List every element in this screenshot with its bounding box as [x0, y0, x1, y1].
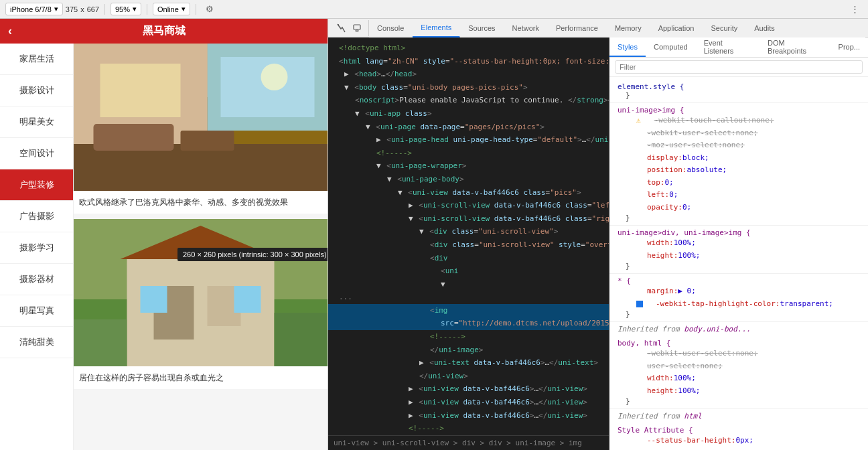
- html-line[interactable]: ▶ <uni-view data-v-baf446c6>…</uni-view>: [328, 396, 609, 409]
- tab-styles[interactable]: Styles: [609, 38, 646, 57]
- css-prop: --status-bar-height:: [647, 435, 735, 447]
- sidebar-item-摄影设计[interactable]: 摄影设计: [0, 75, 73, 106]
- css-property-line: display: block;: [618, 152, 860, 165]
- css-property-line: width: 100%;: [618, 372, 860, 385]
- css-val: 18.75px;: [691, 448, 727, 451]
- html-line[interactable]: ▼: [328, 278, 609, 291]
- nav-network[interactable]: Network: [504, 19, 548, 38]
- html-line[interactable]: <!----->: [328, 330, 609, 344]
- nav-audits[interactable]: Audits: [746, 19, 784, 38]
- html-line[interactable]: <uni: [328, 265, 609, 278]
- html-line[interactable]: ▼ <uni-page-body>: [328, 173, 609, 186]
- css-val: ▶ 0;: [678, 286, 696, 297]
- html-img-line[interactable]: <img: [328, 304, 609, 317]
- html-line[interactable]: <!----->: [328, 422, 609, 435]
- css-property-line: font-size: 18.75px;: [618, 447, 860, 451]
- nav-memory[interactable]: Memory: [607, 19, 650, 38]
- css-val: 100%;: [678, 386, 700, 397]
- html-line[interactable]: ▼ <uni-page data-page="pages/pics/pics">: [328, 121, 609, 134]
- svg-rect-17: [141, 286, 167, 313]
- nav-application[interactable]: Application: [650, 19, 703, 38]
- svg-rect-5: [100, 64, 181, 117]
- html-line[interactable]: ▶ <head>…</head>: [328, 68, 609, 81]
- tab-computed[interactable]: Computed: [646, 38, 696, 57]
- css-val: transparent;: [780, 299, 833, 310]
- html-line[interactable]: <!doctype html>: [328, 42, 609, 55]
- device-toolbar: iPhone 6/7/8 ▾ 375 x 667 95% ▾ Online ▾ …: [0, 0, 868, 19]
- sidebar-item-户型装修[interactable]: 户型装修: [0, 169, 73, 201]
- more-button[interactable]: ⋮: [847, 1, 863, 17]
- html-line[interactable]: ▼ <uni-page-wrapper>: [328, 159, 609, 173]
- sidebar-item-摄影器材[interactable]: 摄影器材: [0, 264, 73, 295]
- css-val: none;: [751, 115, 774, 127]
- sidebar-item-摄影学习[interactable]: 摄影学习: [0, 232, 73, 264]
- device-mode-icon[interactable]: [350, 20, 366, 36]
- html-line[interactable]: ▶ <uni-page-head uni-page-head-type="def…: [328, 133, 609, 147]
- css-property-line: width: 100%;: [618, 237, 860, 250]
- html-line[interactable]: <noscript>Please enable JavaScript to co…: [328, 94, 609, 107]
- chevron-down-icon3: ▾: [182, 5, 186, 13]
- html-line[interactable]: </uni-image>: [328, 344, 609, 357]
- device-dimensions: 375 x 667: [66, 5, 99, 13]
- html-line[interactable]: ▼ <body class="uni-body pages-pics-pics"…: [328, 81, 609, 94]
- zoom-selector[interactable]: 95% ▾: [111, 3, 141, 15]
- nav-elements[interactable]: Elements: [413, 19, 460, 38]
- sidebar-item-广告摄影[interactable]: 广告摄影: [0, 201, 73, 232]
- css-prop: user-select:: [647, 361, 700, 372]
- html-line[interactable]: ▶ <uni-scroll-view data-v-baf446c6 class…: [328, 199, 609, 212]
- html-line[interactable]: ▶ <uni-view data-v-baf446c6>…</uni-view>: [328, 382, 609, 396]
- device-selector[interactable]: iPhone 6/7/8 ▾: [5, 3, 63, 15]
- separator2: [147, 4, 147, 15]
- html-line[interactable]: ▼ <uni-view data-v-baf446c6 class="pics"…: [328, 186, 609, 200]
- html-line[interactable]: <!----->: [328, 147, 609, 160]
- sidebar-item-家居生活[interactable]: 家居生活: [0, 44, 73, 75]
- css-prop: display:: [647, 153, 682, 164]
- html-line[interactable]: ▼ <uni-app class>: [328, 107, 609, 121]
- html-line[interactable]: ▶ <uni-view data-v-baf446c6>…</uni-view>: [328, 409, 609, 423]
- css-val: block;: [682, 153, 709, 164]
- sidebar-item-明星写真[interactable]: 明星写真: [0, 295, 73, 327]
- css-val: none;: [700, 361, 722, 372]
- html-line[interactable]: <div: [328, 252, 609, 265]
- content-item-2: 居住在这样的房子容易出现自杀或血光之: [74, 219, 328, 389]
- css-checkbox[interactable]: [636, 301, 643, 307]
- tab-event-listeners[interactable]: Event Listeners: [696, 38, 760, 57]
- css-close-brace: }: [626, 91, 630, 100]
- html-img-src-line[interactable]: src="http://demo.dtcms.net/upload/201504…: [328, 317, 609, 330]
- image-size-tooltip: 260 × 260 pixels (intrinsic: 300 × 300 p…: [177, 248, 328, 261]
- html-line[interactable]: ▼ <div class="uni-scroll-view">: [328, 225, 609, 238]
- html-line[interactable]: ▼ <uni-scroll-view data-v-baf446c6 class…: [328, 212, 609, 226]
- svg-rect-22: [354, 25, 360, 29]
- inspect-element-icon[interactable]: [334, 20, 350, 36]
- css-property-line: top: 0;: [618, 177, 860, 190]
- html-line[interactable]: </uni-view>: [328, 370, 609, 383]
- nav-performance[interactable]: Performance: [548, 19, 607, 38]
- css-selector-style-attr: Style Attribute {: [618, 426, 693, 435]
- html-line[interactable]: ▶ <uni-text data-v-baf446c6>…</uni-text>: [328, 356, 609, 370]
- css-property-line: -webkit-tap-highlight-color: transparent…: [618, 298, 860, 311]
- devtools-panel: Console Elements Sources Network Perform…: [328, 19, 868, 450]
- back-button[interactable]: ‹: [8, 24, 12, 38]
- nav-console[interactable]: Console: [369, 19, 413, 38]
- css-filter-input[interactable]: [615, 60, 863, 74]
- sidebar-item-明星美女[interactable]: 明星美女: [0, 106, 73, 138]
- nav-sources[interactable]: Sources: [460, 19, 504, 38]
- tab-dom-breakpoints[interactable]: DOM Breakpoints: [760, 38, 830, 57]
- network-selector[interactable]: Online ▾: [153, 3, 190, 15]
- content-text-2: 居住在这样的房子容易出现自杀或血光之: [74, 366, 328, 389]
- styles-subtabs: Styles Computed Event Listeners DOM Brea…: [609, 38, 868, 58]
- sidebar-item-清纯甜美[interactable]: 清纯甜美: [0, 327, 73, 358]
- nav-security[interactable]: Security: [703, 19, 746, 38]
- svg-rect-23: [356, 30, 358, 31]
- svg-rect-9: [181, 131, 234, 151]
- settings-icon[interactable]: ⚙: [202, 1, 218, 17]
- css-val: 0;: [665, 177, 674, 189]
- css-rule-element-style: element.style { }: [609, 80, 868, 103]
- html-line[interactable]: <html lang="zh-CN" style="--status-bar-h…: [328, 55, 609, 68]
- css-rule-body-html: body, html { -webkit-user-select: none; …: [609, 336, 868, 409]
- sidebar-item-空间设计[interactable]: 空间设计: [0, 138, 73, 169]
- html-line[interactable]: <div class="uni-scroll-view" style="over…: [328, 238, 609, 252]
- devtools-nav: Console Elements Sources Network Perform…: [369, 19, 865, 38]
- tab-prop[interactable]: Prop...: [830, 38, 868, 57]
- css-val: 100%;: [674, 373, 696, 384]
